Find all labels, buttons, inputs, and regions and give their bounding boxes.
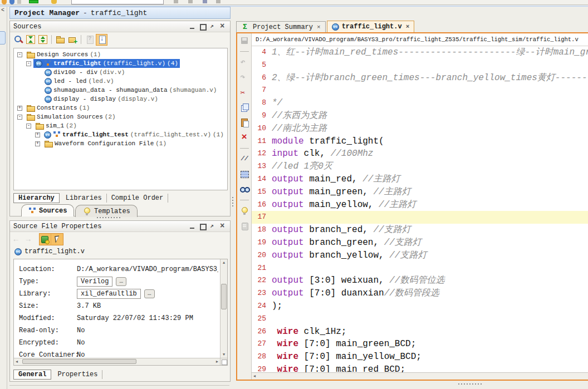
scrollbar-thumb[interactable] bbox=[221, 284, 227, 309]
cut-button[interactable] bbox=[239, 87, 250, 98]
find-button[interactable] bbox=[239, 184, 250, 195]
scroll-down-icon[interactable]: ▼ bbox=[220, 352, 227, 357]
tab-properties[interactable]: Properties bbox=[53, 370, 102, 379]
close-icon[interactable] bbox=[218, 223, 227, 230]
tree-item[interactable]: +traffic_light_test(traffic_light_test.v… bbox=[14, 130, 227, 139]
expander-icon[interactable]: - bbox=[17, 115, 22, 120]
expander-icon[interactable]: - bbox=[26, 61, 31, 66]
tab-compile-order[interactable]: Compile Order bbox=[107, 194, 169, 203]
vertical-splitter-handle[interactable] bbox=[232, 197, 233, 207]
tab-traffic-light-v[interactable]: traffic_light.v × bbox=[327, 21, 415, 33]
tree-item[interactable]: display - display(display.v) bbox=[14, 95, 227, 104]
scroll-right-icon[interactable]: ► bbox=[216, 360, 218, 364]
close-tab-icon[interactable]: × bbox=[406, 23, 410, 30]
tab-libraries[interactable]: Libraries bbox=[61, 194, 107, 203]
scrollbar-thumb[interactable] bbox=[22, 359, 136, 364]
expander-icon[interactable]: - bbox=[26, 124, 31, 129]
property-field[interactable]: Verilog bbox=[77, 277, 112, 287]
collapse-all-button[interactable] bbox=[24, 34, 36, 46]
save-button[interactable] bbox=[239, 35, 250, 46]
close-icon[interactable] bbox=[218, 23, 227, 30]
horizontal-scrollbar[interactable]: ◄ ► bbox=[14, 358, 220, 365]
add-source-button[interactable] bbox=[66, 34, 78, 46]
tree-item[interactable]: -traffic_light(traffic_light.v)(4) bbox=[14, 59, 227, 68]
code-line[interactable]: 19output branch_green, //支路灯 bbox=[252, 237, 588, 249]
tree-item[interactable]: -sim_1(2) bbox=[14, 121, 227, 130]
tab-project-summary[interactable]: Project Summary × bbox=[236, 21, 326, 33]
copy-button[interactable] bbox=[239, 102, 250, 113]
code-line[interactable]: 8*/ bbox=[252, 97, 588, 110]
code-line[interactable]: 14output main_red, //主路灯 bbox=[252, 173, 588, 186]
redo-button[interactable] bbox=[239, 72, 250, 83]
code-line[interactable]: 18output branch_red, //支路灯 bbox=[252, 224, 588, 237]
scroll-up-icon[interactable]: ▲ bbox=[220, 260, 227, 265]
ellipsis-button[interactable]: … bbox=[144, 289, 155, 298]
tree-item[interactable]: -Design Sources(1) bbox=[14, 50, 227, 59]
tree-item[interactable]: div100 - div(div.v) bbox=[14, 68, 227, 77]
expander-icon[interactable]: - bbox=[17, 52, 22, 57]
tab-general[interactable]: General bbox=[13, 370, 51, 380]
code-line[interactable]: 11module traffic_light( bbox=[252, 135, 588, 148]
code-line[interactable]: 22output [3:0] weixuan, //数码管位选 bbox=[252, 274, 588, 287]
open-folder-button[interactable] bbox=[54, 34, 66, 46]
bulb-button[interactable] bbox=[239, 205, 250, 216]
bottom-splitter-handle[interactable] bbox=[458, 383, 483, 385]
code-area[interactable]: 41、红--计时main_red_times------------------… bbox=[252, 46, 588, 372]
property-field[interactable]: xil_defaultlib bbox=[77, 289, 141, 299]
code-line[interactable]: 9//东西为支路 bbox=[252, 110, 588, 122]
code-line[interactable]: 28 wire [7:0] main_yellow_BCD; bbox=[252, 351, 588, 363]
code-line[interactable]: 23output [7:0] duanxian//数码管段选 bbox=[252, 287, 588, 300]
code-line[interactable]: 24); bbox=[252, 300, 588, 313]
expand-all-button[interactable] bbox=[37, 34, 48, 46]
code-line[interactable]: 27 wire [7:0] main_green_BCD; bbox=[252, 338, 588, 351]
scroll-left-icon[interactable]: ◄ bbox=[16, 360, 18, 364]
delete-button[interactable] bbox=[239, 132, 250, 143]
expander-icon[interactable]: + bbox=[35, 141, 40, 146]
collapse-left-icon[interactable]: < bbox=[1, 8, 4, 13]
code-line[interactable]: 15output main_green, //主路灯 bbox=[252, 186, 588, 199]
float-icon[interactable] bbox=[208, 23, 217, 30]
close-tab-icon[interactable]: × bbox=[317, 24, 321, 31]
expander-icon[interactable]: + bbox=[17, 106, 22, 111]
minimize-icon[interactable] bbox=[188, 223, 197, 230]
float-icon[interactable] bbox=[208, 223, 217, 230]
code-line[interactable]: 20output branch_yellow, //支路灯 bbox=[252, 249, 588, 262]
select-pointer-button[interactable] bbox=[51, 234, 63, 245]
code-line[interactable]: 16output main_yellow, //主路灯 bbox=[252, 199, 588, 211]
reload-doc-button[interactable] bbox=[96, 34, 107, 46]
back-button[interactable] bbox=[12, 234, 24, 245]
code-line[interactable]: 29 wire [7:0] main_red_BCD; bbox=[252, 363, 588, 372]
tree-item[interactable]: -Simulation Sources(2) bbox=[14, 112, 227, 121]
vertical-scrollbar[interactable]: ▲ ▼ bbox=[220, 259, 227, 358]
tree-item[interactable]: +Waveform Configuration File(1) bbox=[14, 139, 227, 148]
block-button[interactable] bbox=[239, 169, 250, 180]
maximize-icon[interactable] bbox=[198, 23, 207, 30]
clipped-toolbar-field[interactable] bbox=[71, 0, 164, 4]
code-line[interactable]: 21 bbox=[252, 262, 588, 275]
tab-sources[interactable]: Sources bbox=[21, 204, 74, 216]
minimize-icon[interactable] bbox=[188, 23, 197, 30]
editor-horizontal-scrollbar[interactable]: ◄ bbox=[252, 372, 588, 380]
maximize-icon[interactable] bbox=[198, 223, 207, 230]
search-button[interactable] bbox=[12, 34, 24, 46]
tree-item[interactable]: led - led(led.v) bbox=[14, 77, 227, 86]
tree-item[interactable]: shumaguan_data - shumaguan_data(shumagua… bbox=[14, 86, 227, 95]
code-line[interactable]: 13//led 1亮0灭 bbox=[252, 160, 588, 173]
code-line[interactable]: 12input clk, //100Mhz bbox=[252, 147, 588, 160]
comment-button[interactable] bbox=[239, 154, 250, 165]
scroll-left-icon[interactable]: ◄ bbox=[253, 374, 256, 378]
code-line[interactable]: 10//南北为主路 bbox=[252, 122, 588, 135]
code-line[interactable]: 62、绿--计时branch_green_times---branch_yell… bbox=[252, 72, 588, 85]
help-doc-button[interactable] bbox=[84, 34, 95, 46]
tab-hierarchy[interactable]: Hierarchy bbox=[13, 193, 60, 203]
sources-panel-titlebar[interactable]: Sources bbox=[10, 21, 230, 32]
settings-button[interactable] bbox=[40, 234, 51, 245]
code-line[interactable]: 17 bbox=[252, 211, 588, 224]
forward-button[interactable] bbox=[24, 234, 36, 245]
undo-button[interactable] bbox=[239, 57, 250, 68]
horizontal-splitter-handle[interactable] bbox=[97, 217, 121, 218]
code-line[interactable]: 41、红--计时main_red_times------------------… bbox=[252, 46, 588, 59]
code-line[interactable]: 7 bbox=[252, 84, 588, 97]
tasks-button[interactable] bbox=[239, 220, 250, 232]
properties-panel-titlebar[interactable]: Source File Properties bbox=[10, 221, 230, 232]
